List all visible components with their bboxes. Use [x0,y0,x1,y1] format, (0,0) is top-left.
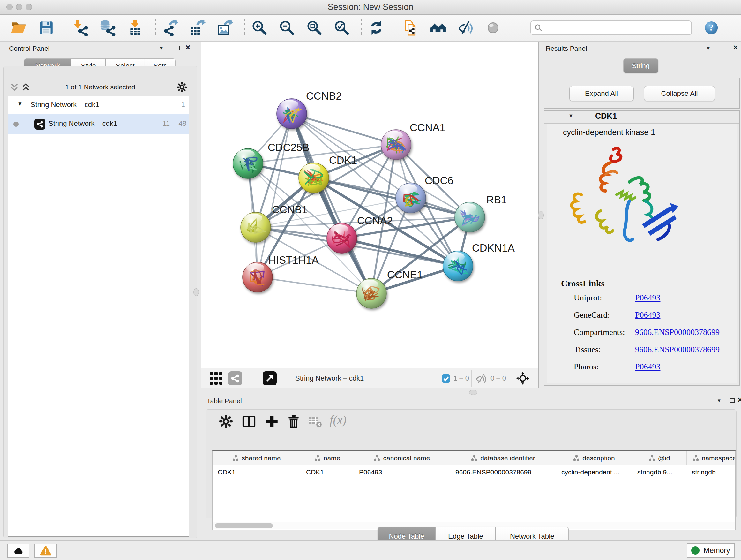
protein-structure-image [562,144,690,262]
import-table-from-file-icon[interactable] [128,20,144,36]
column-header-database-identifier[interactable]: database identifier [450,451,556,465]
results-actions-box: Expand All Collapse All [544,78,740,109]
network-node-label: CCNE1 [387,269,423,281]
crosslink-link[interactable]: 9606.ENSP00000378699 [635,327,720,337]
network-edge[interactable] [292,114,396,145]
column-header-canonical-name[interactable]: canonical name [354,451,450,465]
table-row[interactable]: CDK1CDK1P064939606.ENSP00000378699cyclin… [212,465,735,479]
network-canvas[interactable]: CCNB2CCNA1CDC25BCDK1CDC6RB1CCNB1CCNA2CDK… [201,42,539,368]
network-node[interactable] [241,212,271,242]
add-entry-plus-icon[interactable] [265,414,279,429]
network-from-file-icon[interactable] [403,20,419,36]
expand-all-button[interactable]: Expand All [569,86,634,101]
column-header--id[interactable]: @id [632,451,687,465]
table-header-row: shared namenamecanonical namedatabase id… [212,451,735,465]
left-splitter-handle[interactable] [193,288,199,296]
delete-entry-trash-icon[interactable] [286,414,301,429]
share-view-icon[interactable] [228,371,242,385]
open-session-icon[interactable] [11,20,27,36]
network-node-label: CDC6 [425,175,454,186]
network-status-dot-icon [13,122,18,127]
search-input[interactable] [542,21,688,34]
show-grid-icon[interactable] [209,371,223,385]
search-field[interactable] [530,20,692,35]
close-window-icon[interactable] [6,4,13,10]
cloud-icon [12,545,24,557]
maximize-panel-icon[interactable] [175,46,180,51]
column-header-shared-name[interactable]: shared name [212,451,301,465]
warnings-button[interactable] [35,544,57,558]
help-icon[interactable]: ? [704,20,719,35]
warning-icon [40,545,51,557]
close-panel-icon[interactable]: ✕ [737,396,741,404]
network-row-selected[interactable]: String Network – cdk1 11 48 [8,114,189,134]
maximize-window-icon[interactable] [25,4,32,10]
save-session-icon[interactable] [38,20,54,36]
close-panel-icon[interactable]: ✕ [733,44,738,51]
network-node[interactable] [233,148,263,179]
column-header-namespace[interactable]: namespace [687,451,735,465]
hidden-eye-slash-icon[interactable] [475,373,487,385]
zoom-in-icon[interactable] [252,20,267,36]
table-settings-gear-icon[interactable] [219,414,233,429]
export-image-icon[interactable] [217,20,233,36]
selected-checkbox-icon[interactable] [442,374,450,383]
string-home-icon[interactable] [430,20,446,36]
bottom-splitter-handle[interactable] [469,390,477,395]
float-panel-icon[interactable]: ▼ [706,45,711,51]
zoom-fit-icon[interactable] [307,20,322,36]
maximize-panel-icon[interactable] [730,398,735,403]
zoom-selected-icon[interactable] [334,20,350,36]
network-node[interactable] [243,262,273,292]
import-network-from-file-icon[interactable] [73,20,89,36]
zoom-out-icon[interactable] [279,20,295,36]
export-table-icon[interactable] [190,20,205,36]
export-network-icon[interactable] [162,20,178,36]
show-graphics-details-icon[interactable] [485,20,501,36]
crosslink-row: Compartments:9606.ENSP00000378699 [547,327,737,345]
crosslink-link[interactable]: P06493 [635,362,660,372]
float-panel-icon[interactable]: ▼ [159,45,164,51]
network-node[interactable] [277,99,307,129]
network-node[interactable] [455,202,485,232]
import-network-from-database-icon[interactable] [100,20,116,36]
network-node[interactable] [443,251,473,281]
network-node[interactable] [381,130,411,160]
table-cell: stringdb [687,465,735,479]
open-in-new-icon[interactable] [263,371,277,385]
minimize-window-icon[interactable] [16,4,22,10]
network-node-label: CCNA1 [410,122,446,133]
memory-button[interactable]: Memory [687,543,735,558]
crosslink-link[interactable]: 9606.ENSP00000378699 [635,345,720,354]
tree-options-gear-icon[interactable] [177,82,187,92]
maximize-panel-icon[interactable] [722,46,727,51]
close-panel-icon[interactable]: ✕ [185,44,191,51]
column-header-name[interactable]: name [301,451,354,465]
collection-count: 1 [181,101,185,109]
network-node-label: CCNA2 [357,215,393,227]
column-header-description[interactable]: description [556,451,632,465]
tab-string[interactable]: String [623,58,658,73]
crosslink-link[interactable]: P06493 [635,293,660,303]
network-collection-row[interactable]: ▼ String Network – cdk1 1 [8,97,189,114]
expand-collection-icon[interactable]: ▼ [17,101,23,107]
float-panel-icon[interactable]: ▼ [717,398,722,403]
scrollbar-thumb[interactable] [215,523,273,528]
toolbar-divider [471,370,472,387]
fit-selected-crosshair-icon[interactable] [516,372,529,385]
network-node[interactable] [299,163,329,193]
network-node[interactable] [396,183,426,213]
crosslink-link[interactable]: P06493 [635,310,660,320]
cloud-button[interactable] [7,544,29,558]
gene-header[interactable]: ▼ CDK1 [544,111,739,124]
network-edge[interactable] [258,277,372,294]
network-edge[interactable] [258,114,292,277]
show-columns-icon[interactable] [242,414,256,429]
hide-graphics-details-icon[interactable] [458,20,474,36]
collapse-all-button[interactable]: Collapse All [644,86,715,101]
refresh-view-icon[interactable] [368,20,384,36]
network-node[interactable] [327,223,357,253]
network-node[interactable] [356,278,387,308]
collapse-gene-icon[interactable]: ▼ [568,113,574,119]
table-cell: CDK1 [212,465,301,479]
